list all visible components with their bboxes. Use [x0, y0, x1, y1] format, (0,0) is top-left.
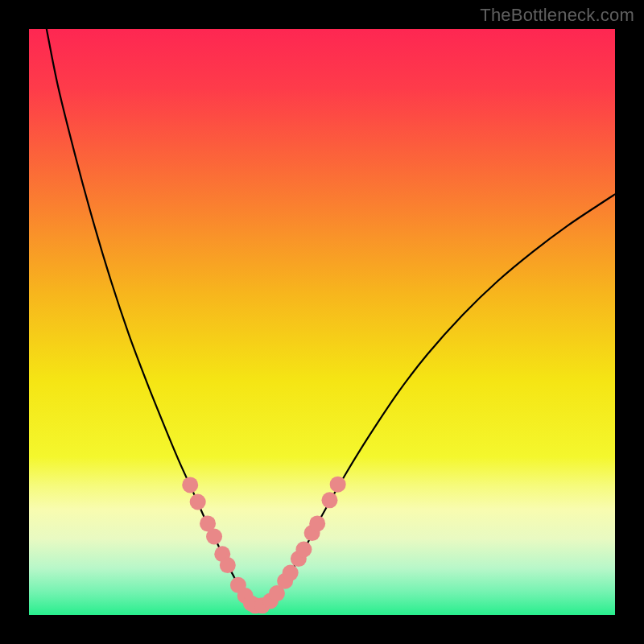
plot-area: [29, 29, 615, 615]
data-dot: [309, 515, 325, 531]
main-curve: [47, 29, 615, 607]
data-dot: [330, 477, 346, 493]
data-dot: [321, 492, 337, 508]
outer-frame: TheBottleneck.com: [0, 0, 644, 644]
chart-svg: [29, 29, 615, 615]
dot-group: [182, 477, 345, 614]
data-dot: [220, 557, 236, 573]
data-dot: [182, 477, 198, 493]
data-dot: [206, 528, 222, 544]
data-dot: [295, 541, 312, 557]
data-dot: [283, 565, 299, 581]
data-dot: [190, 494, 206, 510]
watermark-text: TheBottleneck.com: [480, 5, 634, 26]
